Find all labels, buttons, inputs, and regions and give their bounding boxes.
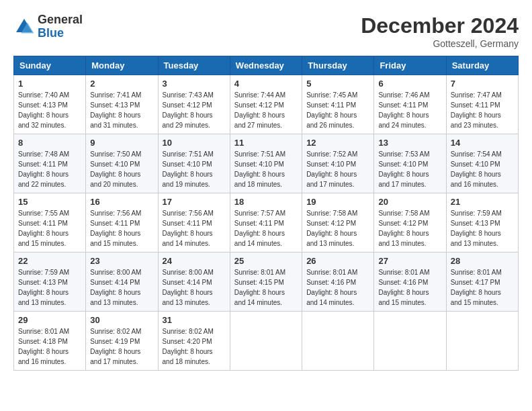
day-number: 22 bbox=[18, 256, 81, 266]
calendar-cell bbox=[230, 312, 302, 371]
calendar-cell: 6 Sunrise: 7:46 AM Sunset: 4:11 PM Dayli… bbox=[374, 75, 446, 134]
calendar-cell: 20 Sunrise: 7:58 AM Sunset: 4:12 PM Dayl… bbox=[374, 193, 446, 253]
day-number: 27 bbox=[378, 256, 441, 266]
calendar-cell: 13 Sunrise: 7:53 AM Sunset: 4:10 PM Dayl… bbox=[374, 134, 446, 193]
day-info: Sunrise: 7:55 AM Sunset: 4:11 PM Dayligh… bbox=[18, 208, 81, 248]
calendar-cell: 15 Sunrise: 7:55 AM Sunset: 4:11 PM Dayl… bbox=[14, 193, 86, 253]
day-number: 16 bbox=[90, 197, 153, 207]
logo-icon bbox=[13, 16, 35, 38]
calendar-cell: 24 Sunrise: 8:00 AM Sunset: 4:14 PM Dayl… bbox=[158, 253, 230, 312]
day-info: Sunrise: 8:00 AM Sunset: 4:14 PM Dayligh… bbox=[163, 267, 226, 308]
month-title: December 2024 bbox=[361, 13, 519, 38]
day-info: Sunrise: 7:57 AM Sunset: 4:11 PM Dayligh… bbox=[234, 208, 298, 248]
weekday-header-tuesday: Tuesday bbox=[158, 56, 230, 75]
day-number: 21 bbox=[451, 197, 514, 207]
day-info: Sunrise: 8:01 AM Sunset: 4:18 PM Dayligh… bbox=[18, 326, 81, 367]
week-row-2: 8 Sunrise: 7:48 AM Sunset: 4:11 PM Dayli… bbox=[14, 134, 519, 193]
week-row-1: 1 Sunrise: 7:40 AM Sunset: 4:13 PM Dayli… bbox=[14, 75, 519, 134]
day-info: Sunrise: 7:43 AM Sunset: 4:12 PM Dayligh… bbox=[163, 90, 226, 130]
day-number: 14 bbox=[451, 138, 514, 148]
day-number: 3 bbox=[163, 79, 226, 89]
calendar-cell: 7 Sunrise: 7:47 AM Sunset: 4:11 PM Dayli… bbox=[446, 75, 518, 134]
day-number: 28 bbox=[451, 256, 514, 266]
day-number: 10 bbox=[163, 138, 226, 148]
calendar-cell: 8 Sunrise: 7:48 AM Sunset: 4:11 PM Dayli… bbox=[14, 134, 86, 193]
day-info: Sunrise: 8:02 AM Sunset: 4:20 PM Dayligh… bbox=[163, 326, 226, 367]
day-number: 2 bbox=[90, 79, 153, 89]
title-section: December 2024 Gotteszell, Germany bbox=[361, 13, 519, 49]
calendar-cell: 14 Sunrise: 7:54 AM Sunset: 4:10 PM Dayl… bbox=[446, 134, 518, 193]
day-info: Sunrise: 7:56 AM Sunset: 4:11 PM Dayligh… bbox=[163, 208, 226, 248]
logo-text: GeneralBlue bbox=[38, 13, 83, 40]
calendar-cell: 23 Sunrise: 8:00 AM Sunset: 4:14 PM Dayl… bbox=[86, 253, 158, 312]
calendar-cell: 4 Sunrise: 7:44 AM Sunset: 4:12 PM Dayli… bbox=[230, 75, 302, 134]
day-number: 23 bbox=[90, 256, 153, 266]
calendar-cell: 27 Sunrise: 8:01 AM Sunset: 4:16 PM Dayl… bbox=[374, 253, 446, 312]
calendar-cell: 11 Sunrise: 7:51 AM Sunset: 4:10 PM Dayl… bbox=[230, 134, 302, 193]
day-number: 17 bbox=[163, 197, 226, 207]
day-number: 25 bbox=[234, 256, 298, 266]
weekday-header-saturday: Saturday bbox=[446, 56, 518, 75]
calendar-cell: 16 Sunrise: 7:56 AM Sunset: 4:11 PM Dayl… bbox=[86, 193, 158, 253]
day-number: 11 bbox=[234, 138, 298, 148]
day-info: Sunrise: 7:45 AM Sunset: 4:11 PM Dayligh… bbox=[306, 90, 369, 130]
day-info: Sunrise: 7:59 AM Sunset: 4:13 PM Dayligh… bbox=[18, 267, 81, 308]
day-info: Sunrise: 7:47 AM Sunset: 4:11 PM Dayligh… bbox=[451, 90, 514, 130]
day-info: Sunrise: 7:41 AM Sunset: 4:13 PM Dayligh… bbox=[90, 90, 153, 130]
day-info: Sunrise: 8:01 AM Sunset: 4:16 PM Dayligh… bbox=[306, 267, 369, 308]
calendar-cell: 28 Sunrise: 8:01 AM Sunset: 4:17 PM Dayl… bbox=[446, 253, 518, 312]
calendar-cell: 18 Sunrise: 7:57 AM Sunset: 4:11 PM Dayl… bbox=[230, 193, 302, 253]
day-number: 12 bbox=[306, 138, 369, 148]
day-info: Sunrise: 7:46 AM Sunset: 4:11 PM Dayligh… bbox=[378, 90, 441, 130]
day-info: Sunrise: 7:58 AM Sunset: 4:12 PM Dayligh… bbox=[378, 208, 441, 248]
day-info: Sunrise: 8:01 AM Sunset: 4:16 PM Dayligh… bbox=[378, 267, 441, 308]
day-number: 26 bbox=[306, 256, 369, 266]
weekday-header-sunday: Sunday bbox=[14, 56, 86, 75]
weekday-header-monday: Monday bbox=[86, 56, 158, 75]
calendar-cell: 10 Sunrise: 7:51 AM Sunset: 4:10 PM Dayl… bbox=[158, 134, 230, 193]
day-number: 18 bbox=[234, 197, 298, 207]
calendar-cell: 5 Sunrise: 7:45 AM Sunset: 4:11 PM Dayli… bbox=[302, 75, 374, 134]
weekday-header-friday: Friday bbox=[374, 56, 446, 75]
day-info: Sunrise: 8:01 AM Sunset: 4:15 PM Dayligh… bbox=[234, 267, 298, 308]
week-row-5: 29 Sunrise: 8:01 AM Sunset: 4:18 PM Dayl… bbox=[14, 312, 519, 371]
day-info: Sunrise: 7:44 AM Sunset: 4:12 PM Dayligh… bbox=[234, 90, 298, 130]
day-number: 31 bbox=[163, 315, 226, 325]
calendar-cell: 29 Sunrise: 8:01 AM Sunset: 4:18 PM Dayl… bbox=[14, 312, 86, 371]
day-info: Sunrise: 7:58 AM Sunset: 4:12 PM Dayligh… bbox=[306, 208, 369, 248]
day-info: Sunrise: 8:00 AM Sunset: 4:14 PM Dayligh… bbox=[90, 267, 153, 308]
day-info: Sunrise: 8:02 AM Sunset: 4:19 PM Dayligh… bbox=[90, 326, 153, 367]
day-info: Sunrise: 8:01 AM Sunset: 4:17 PM Dayligh… bbox=[451, 267, 514, 308]
day-number: 30 bbox=[90, 315, 153, 325]
day-info: Sunrise: 7:48 AM Sunset: 4:11 PM Dayligh… bbox=[18, 149, 81, 189]
calendar-cell: 31 Sunrise: 8:02 AM Sunset: 4:20 PM Dayl… bbox=[158, 312, 230, 371]
day-number: 9 bbox=[90, 138, 153, 148]
week-row-4: 22 Sunrise: 7:59 AM Sunset: 4:13 PM Dayl… bbox=[14, 253, 519, 312]
day-info: Sunrise: 7:54 AM Sunset: 4:10 PM Dayligh… bbox=[451, 149, 514, 189]
calendar-cell: 21 Sunrise: 7:59 AM Sunset: 4:13 PM Dayl… bbox=[446, 193, 518, 253]
calendar-table: SundayMondayTuesdayWednesdayThursdayFrid… bbox=[13, 56, 519, 371]
day-number: 15 bbox=[18, 197, 81, 207]
calendar-cell: 3 Sunrise: 7:43 AM Sunset: 4:12 PM Dayli… bbox=[158, 75, 230, 134]
calendar-cell: 9 Sunrise: 7:50 AM Sunset: 4:10 PM Dayli… bbox=[86, 134, 158, 193]
calendar-cell bbox=[374, 312, 446, 371]
week-row-3: 15 Sunrise: 7:55 AM Sunset: 4:11 PM Dayl… bbox=[14, 193, 519, 253]
day-number: 5 bbox=[306, 79, 369, 89]
day-number: 7 bbox=[451, 79, 514, 89]
calendar-cell: 17 Sunrise: 7:56 AM Sunset: 4:11 PM Dayl… bbox=[158, 193, 230, 253]
page-header: GeneralBlue December 2024 Gotteszell, Ge… bbox=[13, 13, 519, 49]
day-info: Sunrise: 7:59 AM Sunset: 4:13 PM Dayligh… bbox=[451, 208, 514, 248]
day-info: Sunrise: 7:51 AM Sunset: 4:10 PM Dayligh… bbox=[163, 149, 226, 189]
day-info: Sunrise: 7:40 AM Sunset: 4:13 PM Dayligh… bbox=[18, 90, 81, 130]
calendar-cell: 19 Sunrise: 7:58 AM Sunset: 4:12 PM Dayl… bbox=[302, 193, 374, 253]
day-number: 24 bbox=[163, 256, 226, 266]
day-number: 29 bbox=[18, 315, 81, 325]
calendar-cell: 2 Sunrise: 7:41 AM Sunset: 4:13 PM Dayli… bbox=[86, 75, 158, 134]
weekday-header-wednesday: Wednesday bbox=[230, 56, 302, 75]
day-info: Sunrise: 7:51 AM Sunset: 4:10 PM Dayligh… bbox=[234, 149, 298, 189]
weekday-header-row: SundayMondayTuesdayWednesdayThursdayFrid… bbox=[14, 56, 519, 75]
calendar-cell: 1 Sunrise: 7:40 AM Sunset: 4:13 PM Dayli… bbox=[14, 75, 86, 134]
day-number: 4 bbox=[234, 79, 298, 89]
day-number: 19 bbox=[306, 197, 369, 207]
calendar-cell: 25 Sunrise: 8:01 AM Sunset: 4:15 PM Dayl… bbox=[230, 253, 302, 312]
